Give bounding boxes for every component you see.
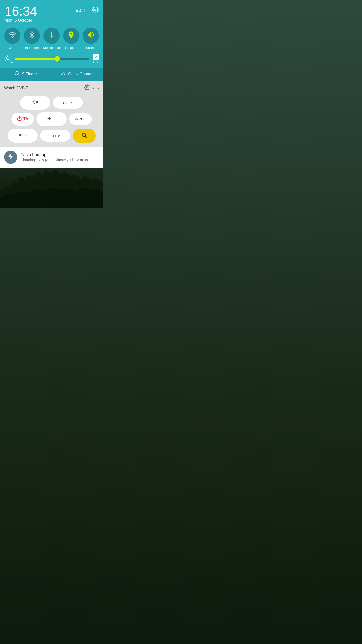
svg-point-1 bbox=[12, 37, 13, 38]
power-tv-button[interactable]: ⏻ TV bbox=[11, 113, 34, 126]
dvbt-settings-icon[interactable] bbox=[84, 84, 90, 92]
mobile-data-circle bbox=[43, 28, 60, 44]
svg-point-18 bbox=[64, 74, 65, 75]
tree-silhouette bbox=[0, 168, 103, 208]
search-button[interactable] bbox=[73, 129, 96, 143]
dvbt-card: Watch DVB-T ‹ › bbox=[0, 81, 103, 146]
charging-detail: Charging: 17% (Approximately 1 h 13 m un… bbox=[21, 158, 99, 162]
finder-row: S Finder Quick Connect bbox=[0, 68, 103, 81]
charging-notification: Fast charging Charging: 17% (Approximate… bbox=[0, 146, 103, 168]
notification-panel: 16:34 Mon, 5 October EDIT bbox=[0, 0, 103, 81]
ch-down-arrow-icon: ∨ bbox=[57, 133, 60, 138]
wifi-circle bbox=[4, 28, 20, 44]
vol-up-plus: + bbox=[54, 116, 57, 122]
mobile-data-label: Mobile data bbox=[43, 46, 60, 50]
bluetooth-label: Bluetooth bbox=[25, 46, 39, 50]
toggle-wifi[interactable]: Wi-Fi bbox=[4, 28, 21, 50]
sound-label: Sound bbox=[86, 46, 96, 50]
vol-down-button[interactable]: - bbox=[8, 129, 38, 143]
content-area: Watch DVB-T ‹ › bbox=[0, 81, 103, 208]
svg-line-10 bbox=[5, 60, 6, 61]
ch-down-button[interactable]: CH ∨ bbox=[40, 130, 70, 142]
vol-down-icon bbox=[18, 132, 24, 139]
dvbt-nav: ‹ › bbox=[84, 84, 99, 92]
vol-down-minus: - bbox=[25, 133, 27, 138]
status-bar-header: 16:34 Mon, 5 October EDIT bbox=[0, 0, 103, 25]
header-actions: EDIT bbox=[76, 7, 99, 15]
bluetooth-icon bbox=[28, 31, 36, 41]
auto-brightness-button[interactable]: Auto bbox=[92, 54, 99, 64]
svg-line-19 bbox=[62, 72, 63, 73]
sound-circle bbox=[83, 28, 99, 44]
svg-line-20 bbox=[63, 72, 64, 73]
power-icon: ⏻ bbox=[17, 116, 22, 122]
svg-point-0 bbox=[95, 9, 96, 11]
quick-connect-icon bbox=[60, 71, 66, 77]
charging-text: Fast charging Charging: 17% (Approximate… bbox=[21, 152, 99, 162]
dvbt-prev-icon[interactable]: ‹ bbox=[93, 85, 95, 91]
lightning-icon bbox=[7, 153, 14, 161]
mobile-data-icon bbox=[48, 31, 56, 41]
brightness-auto-indicator: A bbox=[11, 61, 13, 64]
slider-track bbox=[15, 58, 89, 60]
sound-icon bbox=[87, 31, 95, 41]
svg-rect-2 bbox=[51, 33, 52, 36]
brightness-slider[interactable] bbox=[15, 58, 89, 60]
auto-checkbox bbox=[93, 54, 99, 60]
quick-connect-label: Quick Connect bbox=[68, 72, 95, 76]
bluetooth-circle bbox=[24, 28, 40, 44]
clock-date: Mon, 5 October bbox=[5, 18, 37, 23]
brightness-icon: A bbox=[4, 55, 12, 63]
dvbt-title: Watch DVB-T bbox=[4, 86, 28, 90]
input-label: INPUT bbox=[75, 117, 86, 121]
svg-line-11 bbox=[9, 56, 10, 56]
edit-button[interactable]: EDIT bbox=[76, 8, 86, 13]
svg-line-13 bbox=[18, 74, 19, 75]
quick-connect-button[interactable]: Quick Connect bbox=[52, 68, 103, 81]
svg-point-16 bbox=[64, 72, 65, 73]
gear-icon[interactable] bbox=[92, 7, 99, 15]
input-button[interactable]: INPUT bbox=[69, 113, 92, 125]
svg-point-15 bbox=[61, 72, 62, 73]
svg-marker-28 bbox=[8, 154, 13, 159]
dvbt-next-icon[interactable]: › bbox=[97, 85, 99, 91]
ch-down-label: CH bbox=[50, 134, 56, 138]
brightness-row: A Auto bbox=[0, 54, 103, 68]
svg-line-7 bbox=[9, 60, 10, 61]
auto-label: Auto bbox=[92, 60, 99, 64]
charging-title: Fast charging bbox=[21, 152, 99, 157]
mute-icon bbox=[32, 99, 38, 106]
location-label: Location bbox=[65, 46, 77, 50]
s-finder-label: S Finder bbox=[22, 72, 37, 76]
ch-up-arrow-icon: ∧ bbox=[70, 100, 73, 105]
svg-point-3 bbox=[6, 57, 9, 60]
svg-line-22 bbox=[63, 74, 64, 74]
svg-point-23 bbox=[86, 87, 88, 88]
dvbt-header: Watch DVB-T ‹ › bbox=[4, 84, 99, 92]
tv-label: TV bbox=[23, 117, 28, 121]
clock-time: 16:34 bbox=[5, 5, 37, 18]
wifi-label: Wi-Fi bbox=[9, 46, 16, 50]
mute-button[interactable] bbox=[20, 96, 50, 110]
remote-row-3: - CH ∨ bbox=[4, 129, 99, 143]
toggle-sound[interactable]: Sound bbox=[82, 28, 99, 50]
toggle-location[interactable]: Location bbox=[63, 28, 80, 50]
ch-up-button[interactable]: CH ∧ bbox=[53, 97, 83, 109]
time-section: 16:34 Mon, 5 October bbox=[5, 5, 37, 23]
header-divider bbox=[89, 8, 89, 13]
svg-line-27 bbox=[85, 136, 86, 137]
location-circle bbox=[63, 28, 79, 44]
remote-grid: CH ∧ ⏻ TV + bbox=[4, 96, 99, 143]
svg-line-6 bbox=[5, 56, 6, 56]
search-remote-icon bbox=[81, 132, 87, 139]
s-finder-button[interactable]: S Finder bbox=[0, 68, 52, 81]
vol-up-button[interactable]: + bbox=[36, 112, 67, 126]
slider-thumb[interactable] bbox=[54, 56, 60, 62]
search-icon bbox=[14, 71, 19, 77]
remote-row-1: CH ∧ bbox=[4, 96, 99, 110]
toggle-bluetooth[interactable]: Bluetooth bbox=[23, 28, 40, 50]
wallpaper-area bbox=[0, 168, 103, 208]
location-icon bbox=[67, 31, 75, 41]
toggle-mobile-data[interactable]: Mobile data bbox=[43, 28, 60, 50]
vol-up-icon bbox=[47, 116, 52, 123]
